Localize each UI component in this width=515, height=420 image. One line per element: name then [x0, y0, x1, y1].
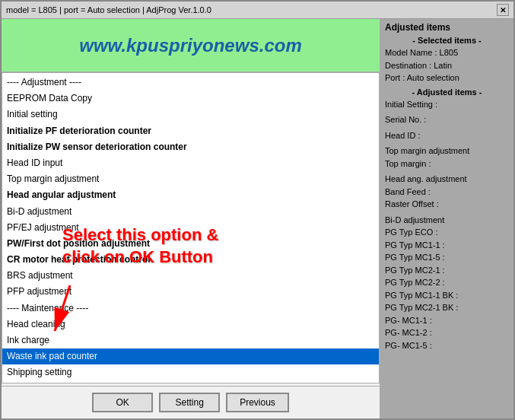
main-window: model = L805 | port = Auto selection | A…: [0, 0, 515, 420]
right-section-header: - Adjusted items -: [385, 88, 509, 97]
title-bar: model = L805 | port = Auto selection | A…: [2, 2, 513, 19]
list-container: ---- Adjustment ----EEPROM Data CopyInit…: [2, 72, 380, 383]
right-item: Head ID :: [385, 129, 509, 142]
list-item[interactable]: PW/First dot position adjustment: [2, 236, 379, 252]
right-item: Band Feed :: [385, 186, 509, 199]
list-item[interactable]: Shipping setting: [2, 364, 379, 380]
right-item: Initial Setting :: [385, 98, 509, 111]
right-item: PG Typ MC2-2 :: [385, 276, 509, 289]
list-scrollable[interactable]: ---- Adjustment ----EEPROM Data CopyInit…: [2, 73, 379, 383]
logo-text: www.kpuspriyonews.com: [79, 35, 302, 56]
right-item: Bi-D adjustment: [385, 214, 509, 227]
right-item: Destination : Latin: [385, 59, 509, 72]
right-panel-title: Adjusted items: [385, 22, 509, 33]
right-item: Top margin :: [385, 158, 509, 170]
right-item: Serial No. :: [385, 113, 509, 126]
setting-button[interactable]: Setting: [159, 393, 220, 412]
content-area: www.kpuspriyonews.com ---- Adjustment --…: [2, 19, 513, 418]
list-item[interactable]: BRS adjustment: [2, 268, 379, 284]
right-item: Raster Offset :: [385, 198, 509, 211]
previous-button[interactable]: Previous: [226, 393, 289, 412]
list-item[interactable]: PF/EJ adjustment: [2, 220, 379, 236]
right-panel: Adjusted items - Selected items -Model N…: [380, 19, 513, 418]
list-item[interactable]: Head angular adjustment: [2, 187, 379, 203]
list-item[interactable]: CR motor heat protection control: [2, 252, 379, 268]
right-item: PG Typ MC1-1 BK :: [385, 289, 509, 302]
list-item[interactable]: ---- Maintenance ----: [2, 301, 379, 317]
ok-button[interactable]: OK: [92, 393, 153, 412]
list-panel-wrapper: ---- Adjustment ----EEPROM Data CopyInit…: [2, 72, 380, 386]
close-button[interactable]: ✕: [497, 4, 509, 16]
right-section-header: - Selected items -: [385, 36, 509, 45]
list-item[interactable]: ---- Adjustment ----: [2, 75, 379, 91]
right-item: PG- MC1-5 :: [385, 339, 509, 352]
list-item[interactable]: Head ID input: [2, 155, 379, 171]
right-item: Port : Auto selection: [385, 72, 509, 84]
list-item[interactable]: Initialize PW sensor deterioration count…: [2, 139, 379, 155]
list-item[interactable]: Bi-D adjustment: [2, 204, 379, 220]
right-item: PG Typ MC2-1 :: [385, 264, 509, 277]
title-bar-text: model = L805 | port = Auto selection | A…: [6, 5, 211, 14]
right-item: Head ang. adjustment: [385, 173, 509, 186]
left-panel: www.kpuspriyonews.com ---- Adjustment --…: [2, 19, 380, 418]
right-item: PG Typ MC2-1 BK :: [385, 301, 509, 314]
right-item: Model Name : L805: [385, 46, 509, 59]
list-item[interactable]: PFP adjustment: [2, 284, 379, 300]
list-item[interactable]: Head cleaning: [2, 317, 379, 332]
right-item: PG Typ ECO :: [385, 226, 509, 239]
right-item: PG Typ MC1-1 :: [385, 239, 509, 252]
right-panel-content: - Selected items -Model Name : L805Desti…: [385, 36, 509, 352]
right-item: PG Typ MC1-5 :: [385, 251, 509, 264]
right-item: PG- MC1-2 :: [385, 326, 509, 339]
list-item[interactable]: Ink charge: [2, 332, 379, 348]
logo-area: www.kpuspriyonews.com: [2, 19, 380, 72]
right-item: Top margin adjustment: [385, 145, 509, 158]
list-item[interactable]: Top margin adjustment: [2, 171, 379, 187]
button-row: OK Setting Previous: [2, 386, 380, 418]
list-item[interactable]: Initialize PF deterioration counter: [2, 123, 379, 139]
right-item: PG- MC1-1 :: [385, 314, 509, 327]
list-item[interactable]: Waste ink pad counter: [2, 348, 379, 364]
list-item[interactable]: Initial setting: [2, 107, 379, 123]
list-item[interactable]: EEPROM Data Copy: [2, 91, 379, 107]
